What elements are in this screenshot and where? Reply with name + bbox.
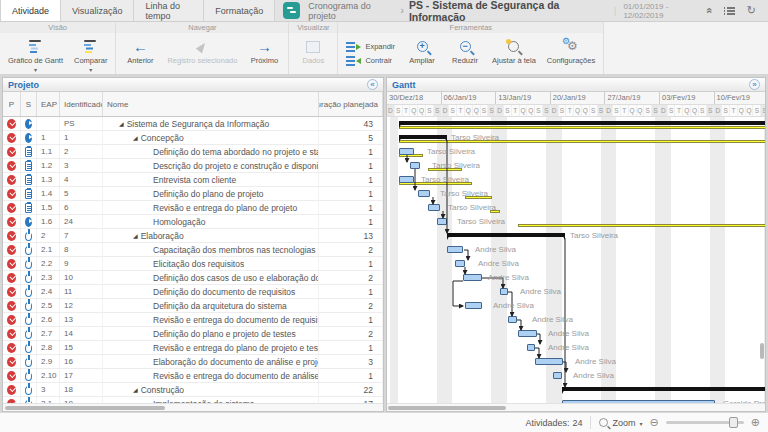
priority-down-icon[interactable]: [7, 161, 16, 171]
gantt-summary-bar[interactable]: [399, 135, 447, 139]
breadcrumb-section[interactable]: Cronograma do projeto: [308, 1, 395, 21]
status-power-icon[interactable]: [25, 302, 32, 311]
priority-down-icon[interactable]: [7, 259, 16, 269]
gantt-task-bar[interactable]: [465, 302, 482, 309]
table-row[interactable]: 1.56Revisão e entrega do plano de projet…: [3, 201, 383, 215]
tree-expand-caret[interactable]: ◢: [119, 120, 124, 127]
collapse-ribbon-icon[interactable]: «: [706, 5, 712, 16]
table-row[interactable]: 1.12Definição do tema abordado no projet…: [3, 145, 383, 159]
gantt-summary-bar[interactable]: [562, 387, 765, 391]
table-row[interactable]: PS◢Sistema de Segurança da Informação43: [3, 117, 383, 131]
zoom-in-button[interactable]: +Ampliar: [401, 35, 443, 72]
refresh-icon[interactable]: ↻: [747, 5, 756, 16]
table-row[interactable]: 2.310Definição dos casos de uso e elabor…: [3, 271, 383, 285]
gantt-task-bar[interactable]: [527, 344, 535, 351]
zoom-in-slider-button[interactable]: ⊕: [751, 417, 760, 428]
status-play-icon[interactable]: [25, 217, 32, 227]
status-play-icon[interactable]: [25, 133, 32, 143]
gantt-summary-bar[interactable]: [399, 121, 765, 125]
priority-down-icon[interactable]: [7, 119, 16, 129]
gantt-baseline-bar[interactable]: [518, 224, 765, 227]
priority-down-icon[interactable]: [7, 245, 16, 255]
tree-expand-caret[interactable]: ◢: [133, 386, 138, 393]
settings-button[interactable]: Configurações: [542, 35, 600, 72]
table-row[interactable]: 2.815Revisão e entrega do plano de proje…: [3, 341, 383, 355]
collapse-panel-button[interactable]: «: [367, 79, 378, 90]
gantt-task-bar[interactable]: [399, 148, 414, 155]
table-row[interactable]: 2.1017Revisão e entrega do documento de …: [3, 369, 383, 383]
tab-atividade[interactable]: Atividade: [0, 0, 61, 21]
expand-button[interactable]: Expandir: [346, 42, 395, 52]
gantt-chart-button[interactable]: Gráfico de Gantt▾: [3, 35, 68, 74]
gantt-task-bar[interactable]: [410, 162, 420, 169]
priority-down-icon[interactable]: [7, 287, 16, 297]
priority-down-icon[interactable]: [7, 273, 16, 283]
priority-down-icon[interactable]: [7, 231, 16, 241]
status-clipboard-icon[interactable]: [25, 147, 32, 157]
gantt-task-bar[interactable]: [455, 260, 465, 267]
gantt-task-bar[interactable]: [535, 358, 563, 365]
expand-panel-button[interactable]: »: [749, 79, 760, 90]
gantt-task-bar[interactable]: [447, 246, 463, 253]
zoom-slider[interactable]: [666, 421, 744, 424]
table-row[interactable]: 2.411Definição do documento de requisito…: [3, 285, 383, 299]
gantt-task-bar[interactable]: [399, 176, 414, 183]
priority-down-icon[interactable]: [7, 315, 16, 325]
priority-down-icon[interactable]: [7, 357, 16, 367]
gantt-baseline-bar[interactable]: [399, 126, 765, 129]
gantt-task-bar[interactable]: [463, 274, 482, 281]
tree-expand-caret[interactable]: ◢: [133, 232, 138, 239]
gantt-vscroll-thumb[interactable]: [760, 343, 764, 359]
status-power-icon[interactable]: [25, 246, 32, 255]
gantt-task-bar[interactable]: [518, 330, 537, 337]
next-button[interactable]: →Próximo: [243, 35, 285, 72]
status-power-icon[interactable]: [25, 260, 32, 269]
zoom-out-button[interactable]: −Reduzir: [444, 35, 486, 72]
status-power-icon[interactable]: [25, 274, 32, 283]
priority-down-icon[interactable]: [7, 301, 16, 311]
status-power-icon[interactable]: [25, 386, 32, 395]
priority-down-icon[interactable]: [7, 189, 16, 199]
priority-down-icon[interactable]: [7, 371, 16, 381]
table-row[interactable]: 11◢Concepção5: [3, 131, 383, 145]
priority-down-icon[interactable]: [7, 133, 16, 143]
collapse-button[interactable]: Contrair: [346, 56, 395, 66]
status-play-icon[interactable]: [25, 119, 32, 129]
gantt-summary-bar[interactable]: [447, 233, 565, 237]
compare-button[interactable]: Comparar▾: [69, 35, 112, 74]
priority-down-icon[interactable]: [7, 175, 16, 185]
tree-expand-caret[interactable]: ◢: [133, 134, 138, 141]
table-row[interactable]: 2.29Elicitação dos requisitos1: [3, 257, 383, 271]
zoom-slider-thumb[interactable]: [729, 417, 738, 428]
status-clipboard-icon[interactable]: [25, 161, 32, 171]
table-row[interactable]: 1.624Homologação1: [3, 215, 383, 229]
priority-down-icon[interactable]: [7, 147, 16, 157]
table-row[interactable]: 2.512Definição da arquitetura do sistema…: [3, 299, 383, 313]
gantt-task-bar[interactable]: [508, 316, 517, 323]
table-hscrollbar[interactable]: [3, 403, 383, 411]
table-row[interactable]: 1.45Definição do plano de projeto1: [3, 187, 383, 201]
status-power-icon[interactable]: [25, 316, 32, 325]
status-clipboard-icon[interactable]: [25, 203, 32, 213]
table-row[interactable]: 2.18Capacitação dos membros nas tecnolog…: [3, 243, 383, 257]
table-row[interactable]: 1.23Descrição do projeto e construção e …: [3, 159, 383, 173]
table-row[interactable]: 2.714Definição do plano e projeto de tes…: [3, 327, 383, 341]
zoom-out-slider-button[interactable]: ⊖: [650, 417, 659, 428]
status-power-icon[interactable]: [25, 288, 32, 297]
fit-screen-button[interactable]: Ajustar à tela: [487, 35, 541, 72]
status-power-icon[interactable]: [25, 372, 32, 381]
gantt-task-bar[interactable]: [553, 372, 562, 379]
priority-down-icon[interactable]: [7, 385, 16, 395]
tab-formatação[interactable]: Formatação: [204, 0, 275, 21]
tab-visualização[interactable]: Visualização: [61, 0, 134, 21]
table-row[interactable]: 27◢Elaboração13: [3, 229, 383, 243]
priority-down-icon[interactable]: [7, 329, 16, 339]
priority-down-icon[interactable]: [7, 203, 16, 213]
gantt-task-bar[interactable]: [500, 288, 508, 295]
previous-button[interactable]: ←Anterior: [119, 35, 161, 72]
gantt-task-bar[interactable]: [418, 190, 430, 197]
priority-down-icon[interactable]: [7, 343, 16, 353]
status-power-icon[interactable]: [25, 330, 32, 339]
status-power-icon[interactable]: [25, 344, 32, 353]
status-clipboard-icon[interactable]: [25, 175, 32, 185]
